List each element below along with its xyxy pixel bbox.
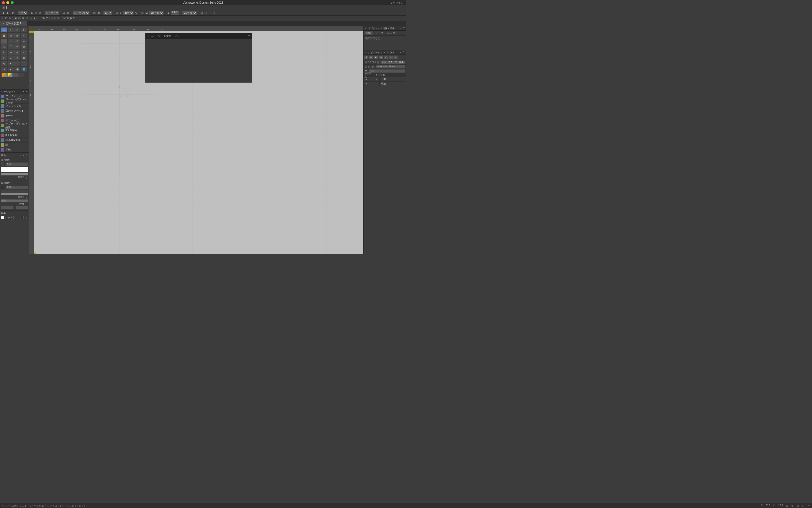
nav-tool-layers[interactable]: ▤ [369, 55, 373, 59]
zoom-out-icon[interactable]: ⊖ [135, 11, 138, 14]
snap-icon3[interactable]: ⊕ [38, 11, 41, 14]
attrs-close-icon[interactable]: × [19, 154, 22, 157]
face-color-preview[interactable] [1, 167, 28, 172]
tool-taper[interactable]: テーパ [0, 113, 29, 118]
canvas-inner[interactable]: × — リソースマネージャ ? [34, 31, 363, 254]
snap-mode-icon2[interactable]: ▤ [18, 16, 21, 20]
line-style-left[interactable] [1, 206, 13, 209]
nav-filter-dropdown2[interactable]: <すべてのクラス> [376, 65, 405, 68]
maximize-button[interactable] [11, 1, 14, 4]
canvas-area[interactable]: 20 40 60 80 100 120 140 160 180 200 100 … [29, 26, 363, 254]
face-opacity-bar[interactable] [1, 173, 28, 175]
tool-workplane[interactable]: ワーキングプレーン設定 [0, 99, 29, 103]
tool-extra[interactable]: ≡ [21, 33, 27, 38]
nav-back-button[interactable]: ◀ [1, 11, 5, 15]
nav-close-icon[interactable]: × [364, 51, 367, 54]
attrs-help-icon[interactable]: ? [26, 154, 28, 157]
vis-icon-dims2[interactable] [369, 82, 374, 86]
tool-connect[interactable]: ⊕ [1, 61, 7, 66]
tool-dim[interactable]: ⊞ [14, 33, 21, 38]
face-opacity-menu[interactable]: ⋮ [25, 176, 28, 179]
tool-spline[interactable]: ⌒ [7, 44, 14, 49]
color-face-icon[interactable] [1, 73, 7, 77]
tool-image[interactable]: ▣ [14, 67, 21, 72]
nav-search-input[interactable] [369, 69, 405, 73]
tool-poly[interactable]: ⬠ [14, 38, 21, 44]
tool-circle[interactable]: ○ [21, 38, 27, 44]
zoom-fit-icon[interactable]: ⊡ [115, 11, 118, 14]
tool-symbol[interactable]: ♦ [7, 67, 14, 72]
sign-in-link[interactable]: サインイン [390, 1, 403, 4]
view-icon1[interactable]: ◱ [200, 11, 203, 14]
snap-mode-icon3[interactable]: ▥ [22, 16, 25, 20]
snap-mode-icon5[interactable]: ◇ [30, 16, 32, 20]
shadow-color-swatch[interactable] [20, 216, 24, 219]
color-line-icon[interactable] [7, 73, 13, 77]
close-button[interactable] [2, 1, 5, 4]
tool-extrude[interactable]: ▲ [1, 67, 7, 72]
doc-dropdown[interactable]: 一般 [18, 11, 28, 15]
face-color-swatch[interactable] [1, 163, 4, 166]
tool-subdiv[interactable]: サブディビジョン編集 [0, 123, 29, 128]
attrs-menu-icon[interactable]: ≡ [23, 154, 25, 157]
layer-icon1[interactable]: ⊟ [62, 11, 65, 14]
tool-mirror[interactable]: ⇔ [7, 50, 14, 55]
tool-select[interactable]: ↖ [1, 27, 7, 33]
line-style-right[interactable] [16, 206, 28, 209]
tool-hatch[interactable]: ▦ [21, 55, 27, 60]
obj-info-menu-icon[interactable]: ≡ [399, 27, 402, 30]
line-opacity-bar[interactable] [1, 193, 28, 195]
nav-tool-eye[interactable]: 👁 [364, 55, 369, 59]
zoom-dropdown[interactable]: 86% [123, 11, 134, 15]
angle-icon[interactable]: ∠ [167, 11, 170, 14]
nav-row-general[interactable]: ● ✓ 一般 [363, 77, 406, 82]
rotate-button[interactable]: ↻ [11, 11, 14, 15]
tool-text[interactable]: T [7, 27, 14, 33]
select-tool-icon[interactable]: ↖ [1, 16, 4, 20]
tool-3d-poly[interactable]: 3D 多角形 [0, 133, 29, 138]
class-icon1[interactable]: ◧ [93, 11, 96, 14]
tool-zoom[interactable]: ⊕ [7, 33, 14, 38]
nav-tool-classes[interactable]: ◧ [374, 55, 378, 59]
obj-info-help-icon[interactable]: ? [402, 27, 405, 30]
tool-bezier[interactable]: ∿ [1, 44, 7, 49]
tool-hemisphere[interactable]: 半球 [0, 147, 29, 152]
doc-tab[interactable]: × 名称未設定 1 − [0, 21, 27, 26]
tool-edge-offset[interactable]: 辺のオフセット [0, 109, 29, 113]
tool-trim[interactable]: ⌀ [7, 55, 14, 60]
tab-shape[interactable]: 形状 [363, 31, 373, 35]
snap-icon1[interactable]: ⊞ [31, 11, 34, 14]
tab-render[interactable]: レンダー [385, 31, 400, 35]
nav-tool-refs[interactable]: ⊞ [379, 55, 383, 59]
snap-mode-icon6[interactable]: ◈ [33, 16, 36, 20]
tool-line[interactable]: / [1, 38, 7, 44]
tool-fillet[interactable]: ◜ [14, 61, 21, 66]
tool-offset[interactable]: ⊜ [14, 55, 21, 60]
menu-item-basic[interactable]: 基本 [1, 6, 9, 10]
vis-icon-general2[interactable] [369, 77, 374, 81]
tool-pan[interactable]: ✋ [1, 33, 7, 38]
resource-panel-help-icon[interactable]: ? [248, 35, 250, 38]
tab-data[interactable]: データ [373, 31, 385, 35]
classes-dropdown[interactable]: レイヤプレーン [73, 11, 90, 15]
tool-mode-icon2[interactable]: ⊕ [8, 16, 11, 20]
snap-mode-icon4[interactable]: ◎ [26, 16, 29, 20]
class-icon2[interactable]: ▦ [97, 11, 100, 14]
vis-icon-general1[interactable]: ● [363, 77, 369, 81]
layer-icon2[interactable]: ▤ [66, 11, 69, 14]
tool-bucket[interactable]: 🪣 [21, 67, 27, 72]
line-thickness-menu[interactable]: ⋮ [25, 202, 28, 206]
vis-icon-dims1[interactable]: ● [363, 82, 369, 86]
stdviews-dropdown[interactable]: 2D平面 [182, 11, 197, 15]
tool-close[interactable]: × [21, 27, 27, 33]
tool-nurbs[interactable]: NURBS曲線 [0, 138, 29, 142]
nav-tool-edit[interactable]: ✏ [393, 55, 398, 59]
view-icon2[interactable]: ◲ [204, 11, 207, 14]
render-icon1[interactable]: ◫ [141, 11, 144, 14]
zoom-in-icon[interactable]: ⊕ [119, 11, 122, 14]
tool-scale2[interactable]: ⊟ [14, 50, 21, 55]
tool-spiral[interactable]: ⊛ [21, 44, 27, 49]
line-opacity-menu[interactable]: ⋮ [25, 196, 28, 199]
nav-fwd-button[interactable]: ▶ [6, 11, 10, 15]
window-controls[interactable] [2, 1, 14, 4]
